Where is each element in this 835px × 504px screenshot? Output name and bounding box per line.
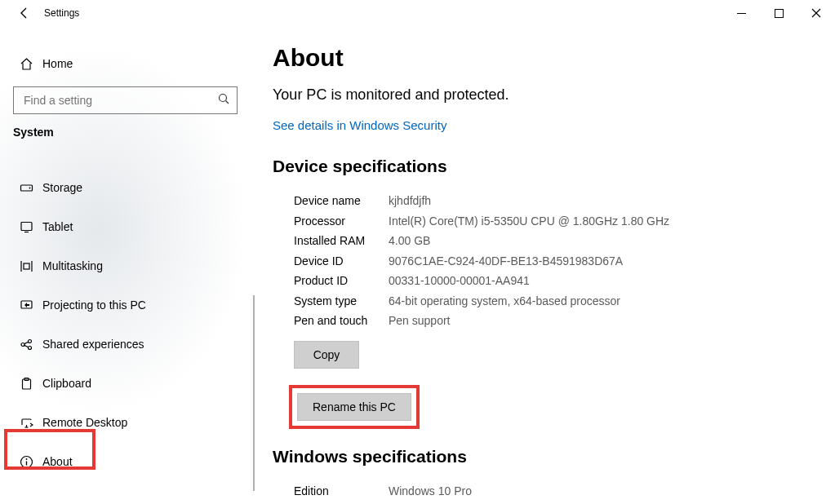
shared-experiences-icon (20, 338, 42, 351)
maximize-button[interactable] (760, 0, 797, 26)
spec-label: Product ID (294, 271, 389, 291)
svg-point-4 (220, 95, 227, 102)
multitasking-icon (20, 259, 42, 273)
windows-specifications-header: Windows specifications (273, 447, 835, 466)
protected-status-text: Your PC is monitored and protected. (273, 86, 835, 104)
sidebar-item-label: Multitasking (42, 259, 103, 272)
spec-row: Processor Intel(R) Core(TM) i5-5350U CPU… (294, 211, 835, 232)
title-bar: Settings (0, 0, 835, 26)
spec-value: kjhdfdjfh (389, 191, 431, 211)
spec-row: Product ID 00331-10000-00001-AA941 (294, 271, 835, 291)
remote-desktop-icon (20, 416, 42, 430)
sidebar-item-label: Projecting to this PC (42, 298, 146, 312)
sidebar-item-tablet[interactable]: Tablet (0, 207, 253, 246)
sidebar-item-multitasking[interactable]: Multitasking (0, 246, 253, 285)
sidebar-item-label: Clipboard (42, 377, 91, 390)
sidebar-item-remote-desktop[interactable]: Remote Desktop (0, 403, 253, 442)
home-icon (20, 57, 42, 71)
sidebar: Home System Storage (0, 26, 253, 504)
spec-value: 00331-10000-00001-AA941 (389, 271, 530, 291)
spec-row: Device ID 9076C1AE-C924-40DF-BE13-B45919… (294, 251, 835, 272)
svg-line-5 (226, 101, 229, 104)
spec-label: Edition (294, 481, 389, 502)
svg-point-14 (21, 343, 24, 346)
spec-label: System type (294, 291, 389, 312)
window-title: Settings (41, 7, 79, 19)
projecting-icon (20, 298, 42, 312)
rename-highlight-box: Rename this PC (289, 385, 420, 429)
spec-label: Installed RAM (294, 231, 389, 251)
svg-point-7 (29, 187, 31, 188)
clipboard-icon (20, 377, 42, 391)
sidebar-section-label: System (0, 126, 253, 139)
spec-row: Pen and touch Pen support (294, 311, 835, 331)
spec-label: Processor (294, 211, 389, 232)
sidebar-item-clipboard[interactable]: Clipboard (0, 364, 253, 403)
minimize-icon (737, 9, 746, 18)
spec-value: 4.00 GB (389, 231, 430, 251)
search-input-wrap[interactable] (13, 86, 238, 114)
sidebar-item-label: Storage (42, 181, 82, 194)
spec-value: Intel(R) Core(TM) i5-5350U CPU @ 1.80GHz… (389, 211, 669, 232)
search-icon (217, 92, 230, 108)
svg-point-24 (26, 458, 28, 460)
windows-security-link[interactable]: See details in Windows Security (273, 118, 446, 132)
device-specifications-header: Device specifications (273, 157, 835, 176)
close-icon (811, 8, 821, 18)
spec-label: Device ID (294, 251, 389, 272)
rename-pc-button[interactable]: Rename this PC (297, 393, 411, 421)
sidebar-item-projecting[interactable]: Projecting to this PC (0, 285, 253, 325)
spec-row: Edition Windows 10 Pro (294, 481, 835, 502)
scroll-indicator[interactable] (253, 295, 255, 491)
sidebar-item-label: Home (42, 57, 73, 70)
spec-value: 64-bit operating system, x64-based proce… (389, 291, 620, 312)
sidebar-item-label: About (42, 455, 73, 468)
svg-rect-12 (24, 263, 29, 269)
device-spec-table: Device name kjhdfdjfh Processor Intel(R)… (294, 191, 835, 331)
minimize-button[interactable] (722, 0, 760, 26)
sidebar-item-about[interactable]: About (0, 442, 253, 481)
main-content: About Your PC is monitored and protected… (253, 26, 835, 504)
spec-value: Pen support (389, 311, 451, 331)
spec-row: System type 64-bit operating system, x64… (294, 291, 835, 312)
tablet-icon (20, 220, 42, 234)
maximize-icon (775, 9, 784, 18)
storage-icon (20, 181, 42, 195)
svg-rect-6 (21, 185, 33, 191)
svg-rect-8 (21, 222, 32, 230)
spec-value: 9076C1AE-C924-40DF-BE13-B4591983D67A (389, 251, 623, 272)
sidebar-item-home[interactable]: Home (0, 44, 253, 83)
page-title: About (273, 44, 835, 72)
spec-label: Pen and touch (294, 311, 389, 331)
spec-label: Device name (294, 191, 389, 211)
svg-point-15 (29, 339, 32, 343)
spec-row: Device name kjhdfdjfh (294, 191, 835, 211)
window-controls (722, 0, 835, 26)
spec-value: Windows 10 Pro (389, 481, 472, 502)
info-icon (20, 455, 42, 469)
copy-button[interactable]: Copy (294, 341, 359, 369)
sidebar-item-label: Shared experiences (42, 338, 144, 351)
svg-line-18 (24, 345, 29, 347)
back-button[interactable] (8, 7, 41, 20)
svg-line-17 (24, 342, 29, 343)
sidebar-item-label: Tablet (42, 220, 73, 233)
close-button[interactable] (797, 0, 835, 26)
sidebar-item-shared-experiences[interactable]: Shared experiences (0, 325, 253, 364)
sidebar-item-storage[interactable]: Storage (0, 168, 253, 207)
arrow-left-icon (18, 7, 31, 20)
svg-point-16 (29, 346, 32, 349)
svg-rect-1 (775, 9, 783, 17)
search-input[interactable] (22, 93, 217, 108)
spec-row: Installed RAM 4.00 GB (294, 231, 835, 251)
sidebar-item-label: Remote Desktop (42, 416, 127, 429)
